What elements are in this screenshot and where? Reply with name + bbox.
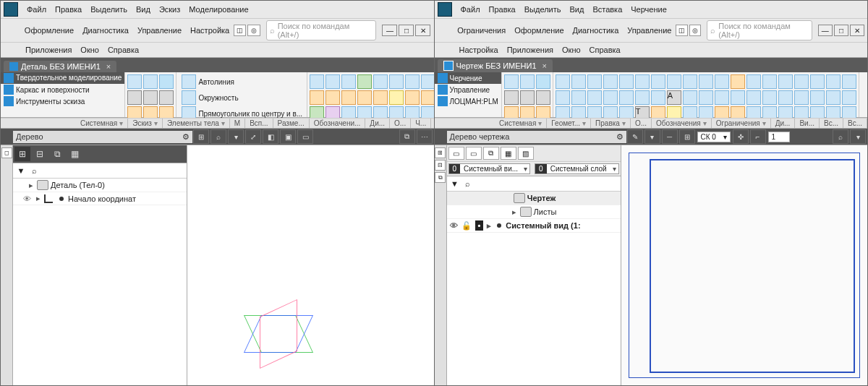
grp-body[interactable]: Элементы тела▾: [163, 119, 230, 128]
menu-drafting[interactable]: Черчение: [626, 4, 671, 15]
print-icon[interactable]: [127, 90, 142, 105]
disp5[interactable]: ▨: [518, 147, 534, 160]
disp4[interactable]: ▦: [501, 147, 516, 160]
layer-selector[interactable]: 0Системный слой▾: [535, 163, 618, 174]
pencil-btn[interactable]: ✎: [627, 129, 643, 144]
gear-icon[interactable]: ⚙: [182, 132, 190, 142]
new-icon[interactable]: [504, 74, 519, 89]
tree-mode3[interactable]: ⧉: [49, 147, 65, 161]
menu-apps[interactable]: Приложения: [21, 44, 76, 56]
fit-btn[interactable]: ⤢: [245, 129, 261, 144]
tree-mode4[interactable]: ▦: [67, 147, 82, 161]
zoom-btn[interactable]: ⌕: [833, 129, 848, 144]
tree-filter[interactable]: ▼ ⌕: [13, 163, 187, 179]
vt1[interactable]: ◻: [1, 147, 12, 158]
tree-sheets[interactable]: ▸ Листы: [447, 205, 621, 219]
menu-design[interactable]: Оформление: [20, 25, 78, 36]
menu-design[interactable]: Оформление: [510, 25, 568, 36]
layout-btn[interactable]: ◫: [676, 25, 687, 36]
cmd-circle[interactable]: Окружность: [178, 90, 305, 106]
disp3[interactable]: ⧉: [483, 147, 499, 160]
save-icon[interactable]: [536, 74, 550, 89]
document-tab[interactable]: Деталь БЕЗ ИМЕНИ1 ×: [4, 61, 116, 72]
tree-root[interactable]: ▸ Деталь (Тел-0): [13, 179, 187, 192]
command-search[interactable]: ⌕ Поиск по командам (Alt+/): [707, 20, 812, 40]
menu-diag[interactable]: Диагностика: [78, 25, 133, 36]
doc-icon[interactable]: [143, 90, 158, 105]
disp2[interactable]: ▭: [466, 147, 482, 160]
layout-btn[interactable]: ◫: [234, 25, 246, 36]
disp1[interactable]: ▭: [448, 147, 464, 160]
ortho-btn[interactable]: ⌐: [750, 129, 766, 144]
menu-constraints[interactable]: Ограничения: [453, 25, 510, 36]
menu-settings[interactable]: Настройка: [455, 44, 503, 56]
menu-insert[interactable]: Вставка: [588, 4, 626, 15]
tab-close[interactable]: ×: [542, 61, 547, 70]
cmd-autoline[interactable]: Автолиния: [178, 74, 305, 90]
opts-btn[interactable]: ▾: [850, 129, 866, 144]
mode-drafting[interactable]: Черчение: [435, 72, 501, 84]
tree-sysview[interactable]: 👁 🔓 • ▸ Системный вид (1:: [447, 219, 621, 233]
menu-select[interactable]: Выделить: [520, 4, 566, 15]
menu-modeling[interactable]: Моделирование: [184, 4, 252, 15]
menu-manage[interactable]: Управление: [623, 25, 676, 36]
menu-help[interactable]: Справка: [585, 44, 625, 56]
shade-btn[interactable]: ▣: [280, 129, 296, 144]
2d-viewport[interactable]: [621, 145, 868, 385]
camera-btn[interactable]: ◎: [247, 25, 260, 36]
mode-solid[interactable]: Твердотельное моделирование: [1, 72, 124, 84]
menu-select[interactable]: Выделить: [86, 4, 132, 15]
tree-filter[interactable]: ▼ ⌕: [447, 176, 621, 192]
vt2[interactable]: ⊟: [435, 160, 446, 171]
menu-edit[interactable]: Правка: [485, 4, 520, 15]
tree-origin[interactable]: 👁▸ Начало координат: [13, 192, 187, 205]
tab-close[interactable]: ×: [106, 62, 111, 71]
filter-btn[interactable]: ⧉: [399, 129, 415, 144]
zoom-dd[interactable]: ▾: [228, 129, 244, 144]
view-selector[interactable]: 0Системный ви...▾: [448, 163, 531, 174]
gear-icon[interactable]: ⚙: [616, 132, 624, 142]
grp-system[interactable]: Системная▾: [495, 119, 547, 128]
open-icon[interactable]: [143, 74, 158, 89]
close-button[interactable]: ✕: [415, 25, 430, 36]
vt3[interactable]: ⧉: [435, 172, 446, 183]
menu-sketch[interactable]: Эскиз: [155, 4, 184, 15]
zoom-out[interactable]: ⌕: [210, 129, 226, 144]
menu-edit[interactable]: Правка: [51, 4, 86, 15]
command-search[interactable]: ⌕ Поиск по командам (Alt+/): [266, 20, 377, 40]
camera-btn[interactable]: ◎: [689, 25, 701, 36]
mode-sketch[interactable]: Инструменты эскиза: [1, 95, 124, 107]
persp-btn[interactable]: ▭: [297, 129, 313, 144]
close-button[interactable]: ✕: [850, 25, 864, 36]
cs-select[interactable]: СК 0▾: [697, 132, 731, 142]
grid-btn[interactable]: ⊞: [679, 129, 695, 144]
menu-diag[interactable]: Диагностика: [569, 25, 624, 36]
menu-view[interactable]: Вид: [132, 4, 155, 15]
menu-manage[interactable]: Управление: [133, 25, 186, 36]
tree-mode1[interactable]: ⊞: [14, 147, 30, 161]
new-icon[interactable]: [127, 74, 142, 89]
minimize-button[interactable]: —: [382, 25, 397, 36]
menu-settings[interactable]: Настройка: [186, 25, 234, 36]
open-icon[interactable]: [520, 74, 535, 89]
grp-system[interactable]: Системная▾: [76, 119, 128, 128]
step-field[interactable]: 1: [768, 132, 790, 142]
tree-drawing[interactable]: Чертеж: [447, 192, 621, 205]
lock-icon[interactable]: 🔓: [461, 221, 473, 231]
mode-wire[interactable]: Каркас и поверхности: [1, 84, 124, 95]
3d-viewport[interactable]: [187, 145, 434, 385]
grp-sketch[interactable]: Эскиз▾: [128, 119, 163, 128]
menu-file[interactable]: Файл: [456, 4, 485, 15]
menu-apps[interactable]: Приложения: [503, 44, 558, 56]
document-tab[interactable]: Чертеж БЕЗ ИМЕНИ1 ×: [438, 59, 553, 72]
minimize-button[interactable]: —: [818, 25, 833, 36]
eye-icon[interactable]: 👁: [23, 194, 35, 203]
menu-window[interactable]: Окно: [76, 44, 103, 56]
line-btn[interactable]: ─: [662, 129, 678, 144]
mode-manage[interactable]: Управление: [435, 84, 501, 95]
snap-btn[interactable]: ✜: [733, 129, 749, 144]
menu-file[interactable]: Файл: [22, 4, 51, 15]
maximize-button[interactable]: □: [399, 25, 414, 36]
save-icon[interactable]: [159, 74, 174, 89]
prop-icon[interactable]: [159, 90, 174, 105]
